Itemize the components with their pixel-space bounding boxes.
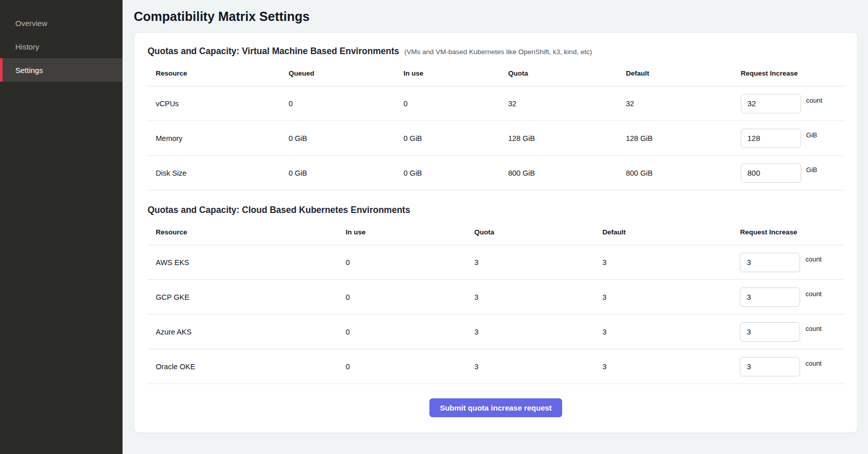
table-row-disk-size: Disk Size 0 GiB 0 GiB 800 GiB 800 GiB Gi… [148, 156, 844, 190]
table-row-memory: Memory 0 GiB 0 GiB 128 GiB 128 GiB GiB [148, 121, 844, 156]
request-increase-cell: count [740, 288, 844, 307]
vm-section-subtitle: (VMs and VM-based Kubernetes like OpenSh… [404, 48, 592, 56]
resource-name: Memory [156, 134, 288, 142]
request-increase-cell: count [740, 253, 844, 272]
vm-table-header-row: Resource Queued In use Quota Default Req… [148, 61, 844, 86]
default-value: 3 [602, 328, 740, 336]
request-increase-cell: count [741, 94, 844, 113]
unit-label: count [806, 97, 823, 104]
table-row-vcpus: vCPUs 0 0 32 32 count [148, 86, 844, 121]
column-header-default: Default [626, 69, 741, 77]
main-content: Compatibility Matrix Settings Quotas and… [123, 0, 868, 454]
quota-value: 3 [474, 293, 602, 301]
column-header-request-increase: Request Increase [741, 69, 844, 77]
quota-value: 32 [508, 100, 626, 108]
column-header-default: Default [602, 228, 740, 236]
table-row-gcp-gke: GCP GKE 0 3 3 count [148, 280, 844, 315]
column-header-quota: Quota [474, 228, 602, 236]
resource-name: Azure AKS [156, 328, 346, 336]
resource-name: Disk Size [156, 169, 288, 177]
sidebar-item-settings[interactable]: Settings [0, 58, 123, 82]
submit-button-row: Submit quota increase request [148, 384, 844, 417]
request-increase-input-memory[interactable] [741, 129, 801, 148]
unit-label: GiB [806, 166, 817, 174]
in-use-value: 0 [403, 100, 508, 108]
unit-label: count [805, 325, 822, 332]
unit-label: count [805, 290, 822, 298]
column-header-in-use: In use [346, 228, 474, 236]
sidebar-item-overview[interactable]: Overview [0, 11, 123, 35]
in-use-value: 0 GiB [403, 169, 508, 177]
default-value: 3 [602, 293, 740, 301]
settings-card: Quotas and Capacity: Virtual Machine Bas… [134, 32, 858, 433]
vm-section-header: Quotas and Capacity: Virtual Machine Bas… [148, 46, 844, 57]
submit-quota-increase-button[interactable]: Submit quota increase request [429, 398, 562, 417]
resource-name: Oracle OKE [156, 363, 346, 371]
default-value: 3 [602, 258, 740, 267]
cloud-section-header: Quotas and Capacity: Cloud Based Kuberne… [148, 205, 844, 216]
table-row-azure-aks: Azure AKS 0 3 3 count [148, 315, 844, 349]
default-value: 800 GiB [626, 169, 741, 177]
request-increase-input-aws-eks[interactable] [740, 253, 800, 272]
vm-section-title: Quotas and Capacity: Virtual Machine Bas… [148, 46, 399, 57]
sidebar-item-history[interactable]: History [0, 35, 123, 58]
unit-label: count [805, 360, 822, 367]
request-increase-cell: GiB [741, 129, 844, 148]
request-increase-input-vcpus[interactable] [741, 94, 801, 113]
app-window: Overview History Settings Compatibility … [0, 0, 868, 454]
default-value: 32 [626, 100, 741, 108]
quota-value: 128 GiB [508, 134, 626, 142]
in-use-value: 0 [346, 363, 474, 371]
resource-name: AWS EKS [156, 258, 346, 267]
column-header-quota: Quota [508, 69, 626, 77]
queued-value: 0 GiB [288, 134, 403, 142]
column-header-in-use: In use [403, 69, 508, 77]
column-header-request-increase: Request Increase [740, 228, 844, 236]
table-row-oracle-oke: Oracle OKE 0 3 3 count [148, 349, 844, 384]
page-title: Compatibility Matrix Settings [134, 9, 858, 24]
request-increase-input-azure-aks[interactable] [740, 322, 800, 342]
resource-name: vCPUs [156, 100, 288, 108]
cloud-table-header-row: Resource In use Quota Default Request In… [148, 220, 844, 245]
table-row-aws-eks: AWS EKS 0 3 3 count [148, 245, 844, 280]
quota-value: 800 GiB [508, 169, 626, 177]
cloud-section-title: Quotas and Capacity: Cloud Based Kuberne… [148, 205, 410, 216]
column-header-resource: Resource [156, 228, 346, 236]
in-use-value: 0 [346, 328, 474, 336]
request-increase-cell: count [740, 357, 844, 376]
queued-value: 0 [288, 100, 403, 108]
default-value: 3 [602, 363, 740, 371]
quota-value: 3 [474, 328, 602, 336]
request-increase-input-disk-size[interactable] [741, 163, 801, 183]
unit-label: count [805, 255, 822, 263]
request-increase-input-gcp-gke[interactable] [740, 288, 800, 307]
column-header-resource: Resource [156, 69, 288, 77]
resource-name: GCP GKE [156, 293, 346, 301]
in-use-value: 0 GiB [403, 134, 508, 142]
column-header-queued: Queued [288, 69, 403, 77]
unit-label: GiB [806, 131, 817, 139]
queued-value: 0 GiB [288, 169, 403, 177]
default-value: 128 GiB [626, 134, 741, 142]
quota-value: 3 [474, 363, 602, 371]
sidebar: Overview History Settings [0, 0, 123, 454]
in-use-value: 0 [346, 258, 474, 267]
request-increase-cell: count [740, 322, 844, 342]
request-increase-input-oracle-oke[interactable] [740, 357, 800, 376]
in-use-value: 0 [346, 293, 474, 301]
quota-value: 3 [474, 258, 602, 267]
request-increase-cell: GiB [741, 163, 844, 183]
